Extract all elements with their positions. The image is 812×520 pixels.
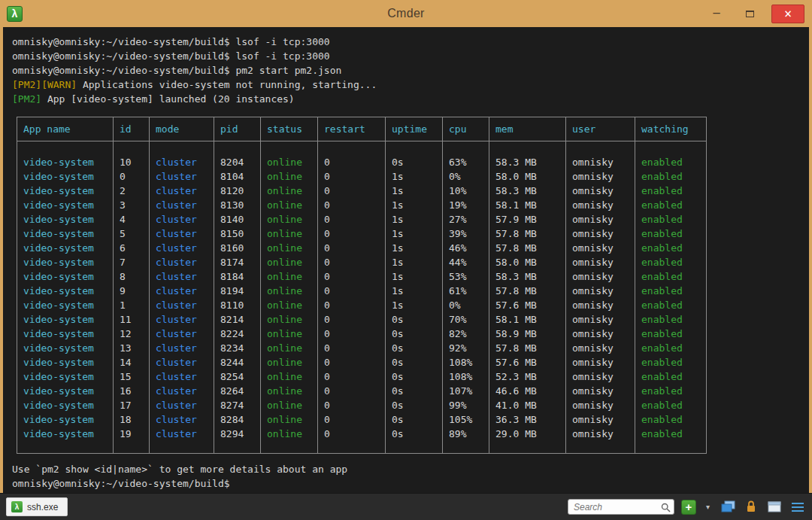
table-cell: 8294	[214, 427, 261, 454]
column-header: id	[114, 117, 150, 141]
table-cell: enabled	[635, 198, 707, 212]
table-cell: video-system	[17, 312, 114, 327]
terminal-line: [PM2] App [video-system] launched (20 in…	[12, 92, 800, 106]
table-cell: omnisky	[566, 241, 635, 255]
table-cell: 1s	[386, 198, 443, 212]
titlebar[interactable]: λ Cmder ─ ×	[0, 0, 812, 27]
table-cell: 7	[114, 255, 150, 269]
table-cell: 58.3 MB	[489, 141, 566, 170]
new-console-dropdown[interactable]: ▾	[703, 500, 713, 515]
table-cell: 61%	[443, 284, 489, 298]
table-cell: cluster	[150, 327, 214, 341]
table-cell: cluster	[150, 255, 214, 269]
table-cell: 15	[114, 369, 150, 384]
table-cell: cluster	[150, 141, 214, 170]
table-cell: online	[261, 398, 318, 412]
table-cell: 0	[318, 198, 386, 212]
table-cell: 82%	[443, 327, 489, 341]
table-cell: 0	[318, 255, 386, 269]
table-cell: enabled	[635, 369, 707, 384]
table-cell: 46.6 MB	[489, 384, 566, 398]
table-cell: video-system	[17, 384, 114, 398]
chevron-down-icon: ▾	[706, 503, 710, 511]
table-cell: 29.0 MB	[489, 427, 566, 454]
table-cell: online	[261, 255, 318, 269]
terminal[interactable]: omnisky@omnisky:~/video-system/build$ ls…	[3, 27, 809, 493]
table-cell: enabled	[635, 227, 707, 241]
switch-console-button[interactable]	[720, 499, 736, 515]
view-console-button[interactable]	[766, 499, 783, 515]
table-cell: cluster	[150, 355, 214, 369]
terminal-lines-before: omnisky@omnisky:~/video-system/build$ ls…	[12, 35, 800, 106]
table-cell: cluster	[150, 427, 214, 454]
table-cell: cluster	[150, 341, 214, 355]
table-cell: 8204	[214, 141, 261, 170]
table-cell: omnisky	[566, 227, 635, 241]
table-cell: online	[261, 384, 318, 398]
table-cell: 8274	[214, 398, 261, 412]
lock-console-button[interactable]	[743, 499, 759, 515]
column-header: status	[261, 117, 318, 141]
table-cell: enabled	[635, 184, 707, 198]
table-row: video-system16cluster8264online00s107%46…	[17, 384, 707, 398]
console-tab-ssh[interactable]: λ ssh.exe	[6, 497, 68, 516]
table-cell: cluster	[150, 312, 214, 327]
table-cell: omnisky	[566, 384, 635, 398]
lock-icon	[746, 500, 756, 513]
search-input[interactable]	[568, 499, 674, 515]
table-cell: 0	[318, 412, 386, 427]
minimize-icon: ─	[713, 7, 720, 20]
terminal-line: omnisky@omnisky:~/video-system/build$ pm…	[12, 63, 800, 78]
table-cell: 99%	[443, 398, 489, 412]
column-header: user	[566, 117, 635, 141]
table-cell: online	[261, 241, 318, 255]
table-cell: omnisky	[566, 327, 635, 341]
table-cell: 0	[318, 284, 386, 298]
table-cell: cluster	[150, 369, 214, 384]
table-cell: 8120	[214, 184, 261, 198]
table-cell: cluster	[150, 227, 214, 241]
table-cell: 0	[318, 212, 386, 227]
table-cell: 0	[318, 312, 386, 327]
table-cell: cluster	[150, 284, 214, 298]
minimize-button[interactable]: ─	[705, 5, 728, 23]
table-cell: 57.8 MB	[489, 341, 566, 355]
table-cell: 0	[318, 341, 386, 355]
table-cell: 1s	[386, 227, 443, 241]
table-cell: 57.8 MB	[489, 284, 566, 298]
table-cell: enabled	[635, 241, 707, 255]
table-cell: 19%	[443, 198, 489, 212]
table-cell: cluster	[150, 269, 214, 284]
table-cell: 58.0 MB	[489, 169, 566, 184]
table-cell: 36.3 MB	[489, 412, 566, 427]
table-cell: 70%	[443, 312, 489, 327]
new-console-button[interactable]: +	[681, 500, 696, 515]
table-cell: 0	[318, 169, 386, 184]
table-row: video-system10cluster8204online00s63%58.…	[17, 141, 707, 170]
table-cell: omnisky	[566, 398, 635, 412]
menu-button[interactable]	[789, 499, 806, 515]
table-cell: 14	[114, 355, 150, 369]
hamburger-icon	[792, 503, 804, 512]
maximize-button[interactable]	[738, 5, 761, 23]
table-cell: online	[261, 198, 318, 212]
table-cell: 0	[318, 369, 386, 384]
close-icon: ×	[784, 6, 792, 21]
tab-lambda-icon: λ	[11, 501, 23, 512]
statusbar-right-group: + ▾	[568, 499, 806, 515]
table-cell: 0	[318, 384, 386, 398]
table-cell: enabled	[635, 412, 707, 427]
column-header: cpu	[443, 117, 489, 141]
column-header: mem	[489, 117, 566, 141]
table-cell: 58.0 MB	[489, 255, 566, 269]
table-row: video-system11cluster8214online00s70%58.…	[17, 312, 707, 327]
close-button[interactable]: ×	[771, 5, 804, 23]
terminal-line: omnisky@omnisky:~/video-system/build$	[12, 476, 800, 491]
table-cell: omnisky	[566, 169, 635, 184]
table-cell: omnisky	[566, 141, 635, 170]
table-cell: enabled	[635, 212, 707, 227]
table-cell: 63%	[443, 141, 489, 170]
table-row: video-system17cluster8274online00s99%41.…	[17, 398, 707, 412]
table-cell: 0	[318, 298, 386, 312]
table-cell: omnisky	[566, 298, 635, 312]
